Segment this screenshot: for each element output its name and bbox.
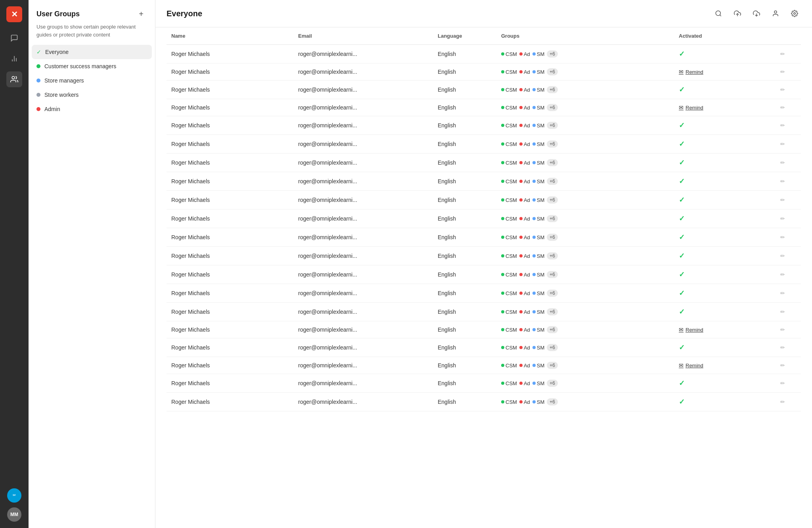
sm-tag-dot (532, 346, 536, 349)
edit-icon[interactable]: ✏ (780, 215, 785, 222)
plus-badge[interactable]: +6 (547, 290, 558, 297)
cell-name: Roger Michaels (167, 303, 293, 321)
csm-tag-label: CSM (506, 179, 517, 184)
edit-icon[interactable]: ✏ (780, 399, 785, 405)
plus-badge[interactable]: +6 (547, 215, 558, 222)
edit-icon[interactable]: ✏ (780, 69, 785, 75)
ad-tag-dot (519, 328, 523, 331)
edit-icon[interactable]: ✏ (780, 178, 785, 184)
add-group-button[interactable]: + (135, 8, 147, 20)
edit-icon[interactable]: ✏ (780, 104, 785, 111)
cell-language: English (433, 284, 496, 303)
plus-badge[interactable]: +6 (547, 344, 558, 351)
plus-badge[interactable]: +6 (547, 196, 558, 204)
plus-badge[interactable]: +6 (547, 159, 558, 166)
col-header-name: Name (167, 27, 293, 45)
table-row: Roger Michaelsroger@omniplexlearni...Eng… (167, 321, 801, 338)
plus-badge[interactable]: +6 (547, 234, 558, 241)
cell-edit: ✏ (776, 284, 801, 303)
user-avatar[interactable]: MM (7, 507, 21, 522)
plus-badge[interactable]: +6 (547, 252, 558, 259)
edit-icon[interactable]: ✏ (780, 309, 785, 315)
cell-language: English (433, 265, 496, 284)
edit-icon[interactable]: ✏ (780, 234, 785, 240)
salesforce-logo[interactable]: SF (7, 488, 21, 503)
cell-email: roger@omniplexlearni... (293, 228, 433, 247)
edit-icon[interactable]: ✏ (780, 122, 785, 129)
sm-tag-label: SM (537, 272, 545, 278)
sidebar-item-store-workers[interactable]: Store workers (32, 88, 152, 102)
users-table: Name Email Language Groups Activated Rog… (167, 27, 801, 411)
nav-icon-chart[interactable] (6, 51, 22, 67)
cell-groups: CSM Ad SM +6 (496, 154, 674, 172)
sidebar-item-label: Admin (44, 106, 60, 112)
plus-badge[interactable]: +6 (547, 326, 558, 333)
ad-tag-dot (519, 106, 523, 109)
plus-badge[interactable]: +6 (547, 140, 558, 148)
sm-tag-label: SM (537, 123, 545, 129)
sm-tag: SM (532, 87, 545, 93)
ad-tag-label: Ad (524, 345, 530, 351)
edit-icon[interactable]: ✏ (780, 51, 785, 57)
cell-language: English (433, 228, 496, 247)
sm-tag: SM (532, 160, 545, 166)
activated-check-icon: ✓ (679, 344, 685, 351)
remind-button[interactable]: ✉ Remind (679, 362, 771, 369)
activated-check-icon: ✓ (679, 50, 685, 58)
plus-badge[interactable]: +6 (547, 178, 558, 185)
plus-badge[interactable]: +6 (547, 104, 558, 111)
edit-icon[interactable]: ✏ (780, 271, 785, 278)
cell-language: English (433, 393, 496, 411)
plus-badge[interactable]: +6 (547, 68, 558, 75)
csm-tag: CSM (501, 197, 517, 203)
plus-badge[interactable]: +6 (547, 271, 558, 278)
edit-icon[interactable]: ✏ (780, 197, 785, 203)
app-logo[interactable]: ✕ (6, 6, 22, 22)
sm-tag-label: SM (537, 141, 545, 147)
plus-badge[interactable]: +6 (547, 50, 558, 58)
edit-icon[interactable]: ✏ (780, 362, 785, 369)
download-icon[interactable] (750, 7, 763, 20)
edit-icon[interactable]: ✏ (780, 141, 785, 147)
edit-icon[interactable]: ✏ (780, 290, 785, 296)
plus-badge[interactable]: +6 (547, 86, 558, 93)
edit-icon[interactable]: ✏ (780, 86, 785, 93)
sm-tag-label: SM (537, 87, 545, 93)
plus-badge[interactable]: +6 (547, 362, 558, 369)
plus-badge[interactable]: +6 (547, 380, 558, 387)
sm-tag-label: SM (537, 399, 545, 405)
table-row: Roger Michaelsroger@omniplexlearni...Eng… (167, 172, 801, 191)
sidebar-item-csm[interactable]: Customer success managers (32, 59, 152, 73)
edit-icon[interactable]: ✏ (780, 344, 785, 351)
cell-edit: ✏ (776, 321, 801, 338)
edit-icon[interactable]: ✏ (780, 326, 785, 333)
plus-badge[interactable]: +6 (547, 398, 558, 405)
table-row: Roger Michaelsroger@omniplexlearni...Eng… (167, 265, 801, 284)
cell-language: English (433, 303, 496, 321)
avatar-initials: MM (10, 512, 18, 517)
person-icon[interactable] (769, 7, 782, 20)
sidebar-item-everyone[interactable]: ✓ Everyone (32, 45, 152, 59)
remind-button[interactable]: ✉ Remind (679, 104, 771, 111)
csm-tag-label: CSM (506, 69, 517, 75)
sidebar-item-store-managers[interactable]: Store managers (32, 73, 152, 88)
remind-button[interactable]: ✉ Remind (679, 326, 771, 333)
upload-icon[interactable] (731, 7, 744, 20)
edit-icon[interactable]: ✏ (780, 380, 785, 386)
search-icon[interactable] (712, 7, 725, 20)
edit-icon[interactable]: ✏ (780, 253, 785, 259)
ad-tag: Ad (519, 253, 530, 259)
settings-icon[interactable] (788, 7, 801, 20)
plus-badge[interactable]: +6 (547, 308, 558, 315)
plus-badge[interactable]: +6 (547, 122, 558, 129)
everyone-check-icon: ✓ (36, 49, 41, 55)
cell-groups: CSM Ad SM +6 (496, 338, 674, 357)
table-row: Roger Michaelsroger@omniplexlearni...Eng… (167, 338, 801, 357)
csm-tag-label: CSM (506, 345, 517, 351)
nav-icon-chat[interactable] (6, 30, 22, 46)
edit-icon[interactable]: ✏ (780, 159, 785, 166)
ad-tag-label: Ad (524, 87, 530, 93)
remind-button[interactable]: ✉ Remind (679, 69, 771, 75)
nav-icon-users[interactable] (6, 71, 22, 87)
sidebar-item-admin[interactable]: Admin (32, 102, 152, 116)
